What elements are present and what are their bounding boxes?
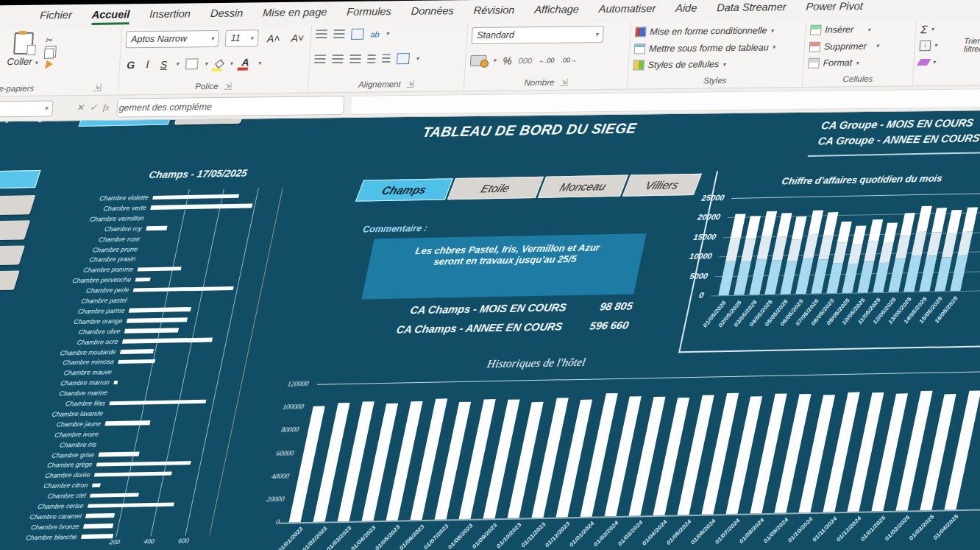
ribbon-tab-automatiser[interactable]: Automatiser bbox=[598, 2, 656, 19]
copy-icon[interactable] bbox=[43, 48, 54, 58]
cancel-icon[interactable]: ✕ bbox=[76, 102, 84, 113]
decrease-decimal-icon[interactable]: .00→ bbox=[561, 56, 577, 63]
increase-indent-icon[interactable] bbox=[382, 54, 391, 63]
fill-button[interactable]: ↓▾Trier et filtrer bbox=[919, 38, 980, 52]
ribbon-controls: Coller ▾ ✂ Presse-papiers↘ Aptos Narrow▾… bbox=[0, 18, 980, 96]
room-bar bbox=[104, 420, 150, 426]
cell-styles-icon bbox=[633, 60, 645, 71]
insert-function-icon[interactable]: fx bbox=[103, 102, 110, 113]
insert-cells-icon bbox=[810, 25, 822, 35]
shrink-font-button[interactable]: A˅ bbox=[288, 32, 306, 43]
number-group-label: Nombre bbox=[524, 78, 555, 87]
paste-button[interactable]: Coller ▾ bbox=[0, 32, 40, 83]
decrease-indent-icon[interactable] bbox=[367, 54, 376, 64]
ribbon-tab-dessin[interactable]: Dessin bbox=[210, 7, 244, 24]
ribbon-tab-révision[interactable]: Révision bbox=[473, 4, 515, 21]
merge-center-icon[interactable] bbox=[397, 53, 410, 64]
room-bar bbox=[94, 471, 173, 477]
room-bar bbox=[152, 194, 239, 200]
percent-style-button[interactable]: % bbox=[503, 54, 512, 66]
enter-icon[interactable]: ✓ bbox=[89, 102, 97, 113]
italic-button[interactable]: I bbox=[143, 58, 152, 70]
hotel-tab-champs[interactable]: Champs bbox=[355, 178, 453, 202]
clear-button[interactable]: ▾ bbox=[918, 54, 980, 68]
conditional-formatting-button[interactable]: Mise en forme conditionnelle▾ bbox=[635, 24, 801, 39]
room-bar bbox=[150, 204, 252, 210]
side-strip-selected[interactable] bbox=[0, 170, 41, 191]
hotel-tab-etoile[interactable]: Etoile bbox=[447, 177, 544, 200]
name-box[interactable]: ▾ bbox=[0, 100, 53, 118]
orientation-icon[interactable]: ab bbox=[370, 29, 380, 38]
clipboard-dialog-launcher[interactable]: ↘ bbox=[93, 84, 102, 91]
ribbon-tab-données[interactable]: Données bbox=[411, 4, 454, 21]
dashboard: Reporting du : 17/05/2025 Valider TABLEA… bbox=[0, 78, 980, 550]
format-button[interactable]: Format▾ bbox=[808, 56, 909, 71]
number-format-select[interactable]: Standard▾ bbox=[472, 26, 604, 44]
grow-font-button[interactable]: A˄ bbox=[265, 32, 283, 43]
group-cells: Insérer▾ Supprimer▾ Format▾ Cellules bbox=[803, 19, 917, 87]
ribbon-tab-accueil[interactable]: Accueil bbox=[91, 8, 130, 25]
align-left-icon[interactable] bbox=[314, 54, 326, 64]
cell-styles-button[interactable]: Styles de cellules▾ bbox=[633, 57, 799, 72]
clipboard-group-label: Presse-papiers bbox=[0, 83, 88, 94]
delete-button[interactable]: Supprimer▾ bbox=[809, 39, 910, 54]
number-dialog-launcher[interactable]: ↘ bbox=[560, 79, 568, 86]
history-chart-title: Historiques de l'hôtel bbox=[438, 354, 634, 371]
history-ytick-label: 100000 bbox=[230, 403, 305, 412]
align-middle-icon[interactable] bbox=[333, 29, 345, 39]
screenshot-stage: Reporting du : 17/05/2025 Valider TABLEA… bbox=[0, 0, 980, 550]
history-ytick-label: 120000 bbox=[234, 380, 309, 389]
ribbon-tab-data-streamer[interactable]: Data Streamer bbox=[716, 1, 787, 18]
alignment-dialog-launcher[interactable]: ↘ bbox=[406, 80, 414, 88]
room-bar bbox=[92, 483, 101, 487]
font-name-select[interactable]: Aptos Narrow▾ bbox=[126, 30, 220, 48]
room-bar bbox=[109, 399, 206, 405]
ribbon-tab-fichier[interactable]: Fichier bbox=[39, 9, 72, 26]
group-clipboard: Coller ▾ ✂ Presse-papiers↘ bbox=[0, 28, 122, 96]
room-bar bbox=[85, 513, 115, 518]
format-as-table-button[interactable]: Mettre sous forme de tableau▾ bbox=[633, 40, 800, 56]
fill-color-button[interactable]: ◇ bbox=[214, 56, 224, 71]
format-painter-icon[interactable] bbox=[43, 62, 53, 72]
daily-ytick-label: 0 bbox=[651, 291, 705, 300]
room-bar bbox=[129, 307, 191, 312]
increase-decimal-icon[interactable]: ←.00 bbox=[539, 56, 555, 63]
comment-box[interactable]: Les chbres Pastel, Iris, Vermillon et Az… bbox=[361, 233, 646, 299]
align-right-icon[interactable] bbox=[349, 54, 361, 64]
room-bar bbox=[88, 502, 174, 508]
ribbon-tab-formules[interactable]: Formules bbox=[347, 5, 392, 22]
clipboard-icon bbox=[13, 32, 34, 54]
room-bar bbox=[96, 461, 191, 467]
align-center-icon[interactable] bbox=[332, 54, 344, 64]
sort-filter-button[interactable]: Trier et filtrer bbox=[963, 37, 980, 53]
align-top-icon[interactable] bbox=[316, 29, 327, 39]
room-bar bbox=[90, 493, 139, 498]
formula-input[interactable] bbox=[351, 88, 980, 114]
comma-style-button[interactable]: 000 bbox=[518, 56, 532, 65]
underline-button[interactable]: S bbox=[157, 58, 169, 70]
bold-button[interactable]: G bbox=[124, 59, 138, 71]
autosum-button[interactable]: Σ▾ bbox=[920, 21, 980, 35]
accounting-format-icon[interactable] bbox=[470, 55, 487, 66]
font-dialog-launcher[interactable]: ↘ bbox=[224, 82, 232, 90]
font-size-select[interactable]: 11▾ bbox=[225, 29, 259, 47]
history-ytick-label: 80000 bbox=[224, 426, 299, 435]
ribbon-tab-mise-en-page[interactable]: Mise en page bbox=[262, 6, 327, 23]
rooms-axis-tick: 600 bbox=[171, 537, 195, 545]
history-ytick-label: 0 bbox=[205, 518, 280, 527]
font-color-button[interactable]: A bbox=[239, 56, 252, 70]
format-cells-icon bbox=[808, 58, 820, 68]
room-label: Chambre blanche bbox=[0, 532, 78, 545]
hotel-tab-monceau[interactable]: Monceau bbox=[538, 175, 628, 198]
ribbon-tab-power-pivot[interactable]: Power Pivot bbox=[806, 0, 864, 17]
cut-icon[interactable]: ✂ bbox=[44, 35, 54, 45]
ribbon-tab-affichage[interactable]: Affichage bbox=[534, 3, 580, 20]
room-bar bbox=[122, 338, 213, 344]
insert-button[interactable]: Insérer▾ bbox=[810, 22, 912, 37]
eraser-icon bbox=[917, 59, 931, 66]
ribbon-tab-aide[interactable]: Aide bbox=[675, 2, 697, 18]
history-ytick-label: 60000 bbox=[220, 449, 295, 458]
borders-button[interactable] bbox=[185, 58, 199, 69]
ribbon-tab-insertion[interactable]: Insertion bbox=[149, 7, 191, 24]
align-bottom-icon[interactable] bbox=[351, 29, 364, 40]
